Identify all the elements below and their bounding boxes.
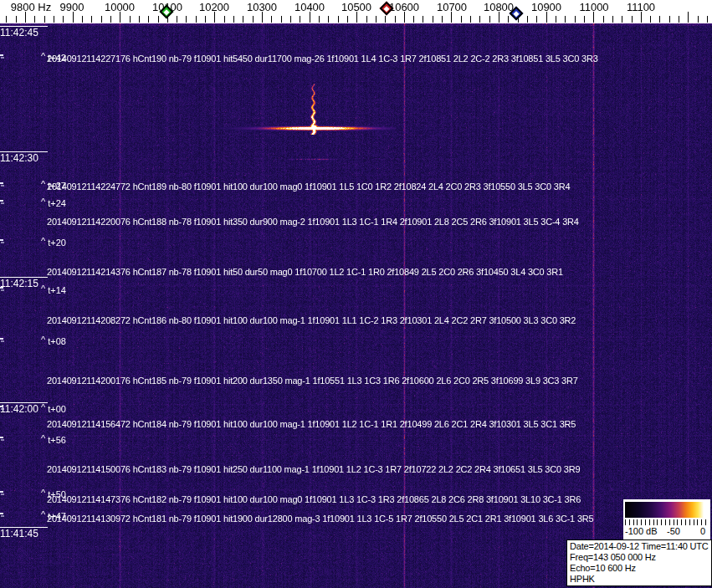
- ruler-tick: [622, 16, 622, 23]
- ruler-tick: [186, 16, 187, 23]
- spectrogram-app: 9800 Hz990010000101001020010300104001050…: [0, 0, 712, 588]
- freq-tick-label: 9900: [60, 1, 85, 13]
- scale-tick: [705, 519, 706, 525]
- ruler-tick: [536, 16, 537, 23]
- scale-tick: [645, 519, 646, 525]
- marker-core: [163, 8, 169, 14]
- edge-event-tick: [0, 513, 3, 514]
- detection-log-row: 20140912114224772 hCnt189 nb-80 f10901 h…: [47, 182, 570, 192]
- edge-event-tick: [0, 287, 3, 289]
- ruler-tick: [669, 16, 670, 23]
- ruler-tick: [101, 16, 102, 23]
- detection-log-row: 20140912114150076 hCnt183 nb-79 f10901 h…: [47, 464, 580, 474]
- ruler-tick: [110, 16, 111, 23]
- ruler-tick: [233, 16, 234, 23]
- edge-event-tick: [0, 437, 3, 438]
- event-time-marker: ^t+14: [41, 285, 66, 295]
- event-time-marker: ^t+24: [41, 198, 66, 208]
- ruler-tick: [6, 16, 7, 23]
- color-scale-gradient: [625, 502, 707, 518]
- edge-event-tick: [0, 200, 3, 202]
- scale-tick: [674, 519, 674, 525]
- frequency-ruler: 9800 Hz990010000101001020010300104001050…: [0, 0, 712, 23]
- edge-event-tick: [0, 239, 3, 241]
- scale-label-max: 0: [700, 526, 705, 536]
- edge-event-tick: [0, 54, 3, 56]
- ruler-tick: [148, 16, 149, 23]
- freq-tick-label: 10600: [389, 1, 419, 13]
- scale-tick: [697, 519, 698, 525]
- caret-icon: ^: [41, 284, 45, 294]
- scale-label-min: -100 dB: [625, 526, 658, 536]
- ruler-tick: [205, 16, 206, 23]
- marker-core: [513, 10, 519, 16]
- ruler-tick: [385, 16, 386, 23]
- edge-event-tick: [0, 491, 3, 493]
- time-axis-label: 11:42:30: [0, 151, 48, 164]
- event-time-marker: ^t+08: [41, 336, 66, 346]
- freq-tick-label: 11000: [579, 1, 608, 13]
- detection-log-row: 20140912114200176 hCnt185 nb-79 f10901 h…: [47, 376, 578, 386]
- ruler-tick: [281, 16, 282, 23]
- ruler-tick: [366, 16, 367, 23]
- ruler-tick: [376, 16, 376, 23]
- ruler-tick: [196, 16, 197, 23]
- caret-icon: ^: [41, 197, 45, 207]
- ruler-tick: [632, 16, 633, 23]
- freq-tick-label: 10700: [437, 1, 467, 13]
- freq-tick-label: 10000: [105, 1, 135, 13]
- ruler-tick: [177, 16, 177, 23]
- edge-event-tick: [0, 406, 3, 407]
- ruler-tick: [130, 16, 131, 23]
- ruler-tick: [82, 16, 83, 23]
- ruler-tick: [698, 16, 699, 23]
- freq-tick-label: 10900: [531, 1, 561, 13]
- ruler-tick: [91, 16, 92, 23]
- scale-tick: [625, 519, 626, 525]
- caret-icon: ^: [41, 335, 45, 345]
- detection-log-row: 20140912114208272 hCnt186 nb-80 f10901 h…: [47, 315, 576, 325]
- ruler-tick: [489, 16, 490, 23]
- scale-tick: [694, 519, 694, 525]
- caret-icon: ^: [41, 51, 45, 61]
- ruler-tick: [319, 16, 320, 23]
- scale-tick: [661, 519, 662, 525]
- info-frequency: Freq=143 050 000 Hz: [570, 552, 709, 563]
- freq-tick-label: 10200: [199, 1, 229, 13]
- event-offset-label: t+00: [48, 404, 66, 414]
- event-offset-label: t+24: [48, 198, 66, 208]
- detection-log-row: 20140912114214376 hCnt187 nb-78 f10901 h…: [47, 267, 563, 277]
- scale-tick: [629, 519, 630, 525]
- freq-tick-label: 10500: [341, 1, 371, 13]
- scale-tick: [669, 519, 670, 525]
- event-offset-label: t+20: [48, 238, 66, 248]
- ruler-tick: [650, 16, 651, 23]
- ruler-tick: [433, 16, 433, 23]
- ruler-tick: [461, 16, 462, 23]
- ruler-tick: [253, 16, 254, 23]
- freq-tick-label: 10800: [484, 1, 514, 13]
- ruler-tick: [44, 16, 45, 23]
- ruler-tick: [63, 16, 64, 23]
- ruler-tick: [139, 16, 140, 23]
- scale-tick: [657, 519, 658, 525]
- detection-log-row: 20140912114147376 hCnt182 nb-79 f10901 h…: [47, 494, 581, 504]
- ruler-tick: [243, 16, 243, 23]
- ruler-tick: [575, 16, 576, 23]
- ruler-tick: [679, 16, 679, 23]
- caret-icon: ^: [41, 433, 45, 443]
- event-time-marker: ^t+20: [41, 238, 66, 248]
- ruler-tick: [442, 16, 443, 23]
- overlay-layer: 11:42:4511:42:3011:42:1511:42:0011:41:45…: [0, 0, 712, 588]
- color-scale-widget: -100 dB -50 0: [623, 499, 710, 539]
- detection-log-row: 20140912114130972 hCnt181 nb-79 f10901 h…: [47, 514, 593, 524]
- ruler-tick: [271, 16, 272, 23]
- ruler-tick: [224, 16, 225, 23]
- edge-event-tick: [0, 338, 3, 340]
- ruler-tick: [527, 16, 528, 23]
- info-station: HPHK: [570, 574, 709, 585]
- ruler-tick: [16, 16, 17, 23]
- scale-tick: [689, 519, 690, 525]
- ruler-tick: [479, 16, 480, 23]
- ruler-tick: [413, 16, 414, 23]
